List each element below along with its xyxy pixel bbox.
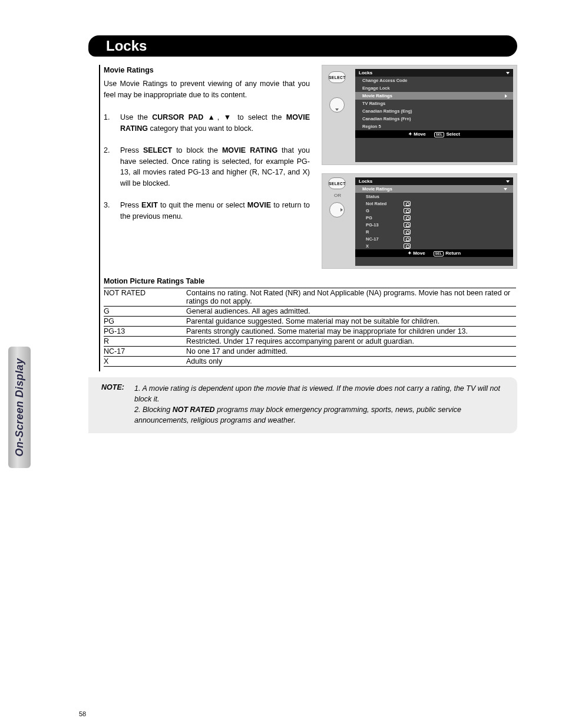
step-body: Press SELECT to block the MOVIE RATING t…: [120, 145, 310, 189]
text: Press: [120, 201, 141, 209]
rating-code: NC-17: [104, 347, 186, 357]
text: 2.: [134, 406, 140, 414]
text: Status: [366, 194, 401, 199]
table-heading: Motion Picture Ratings Table: [104, 277, 516, 285]
rating-desc: Contains no rating. Not Rated (NR) and N…: [186, 288, 516, 307]
osd-menu-item: TV Ratings: [355, 100, 513, 107]
note-label: NOTE:: [101, 383, 134, 404]
osd-item-label: Engage Lock: [362, 85, 390, 91]
sel-badge: SEL: [434, 132, 445, 137]
osd-title-row: Locks: [355, 69, 513, 77]
rating-desc: No one 17 and under admitted.: [186, 347, 516, 357]
osd-move-hint: ✦ Move: [408, 251, 425, 256]
osd-rating-row: PG: [355, 214, 513, 221]
text: category that you want to block.: [148, 124, 253, 133]
or-label: OR: [334, 193, 341, 198]
lock-icon: [404, 208, 411, 213]
rating-code: PG-13: [104, 327, 186, 337]
table-row: RRestricted. Under 17 requires accompany…: [104, 337, 516, 347]
dropdown-icon: [506, 72, 510, 74]
table-row: PGParental guidance suggested. Some mate…: [104, 317, 516, 327]
rating-desc: Adults only: [186, 357, 516, 367]
text-bold: CURSOR PAD: [152, 113, 203, 121]
table-row: XAdults only: [104, 357, 516, 367]
osd-footer: ✦ Move SELSelect: [355, 130, 513, 138]
table-row: GGeneral audiences. All ages admitted.: [104, 307, 516, 317]
note-body: 2. Blocking NOT RATED programs may block…: [134, 404, 504, 426]
text: A movie rating is dependent upon the mov…: [134, 384, 500, 403]
table-row: PG-13Parents strongly cautioned. Some ma…: [104, 327, 516, 337]
arrow-right-icon: [505, 94, 507, 98]
osd-rating-row: G: [355, 207, 513, 214]
remote-select-button-icon: SELECT: [328, 71, 346, 83]
text: Press: [120, 146, 143, 154]
osd-title: Locks: [359, 70, 372, 75]
osd-rating-label: X: [366, 243, 401, 249]
lock-icon: [404, 201, 411, 206]
remote-select-button-icon: SELECT: [328, 177, 346, 189]
text: Move: [414, 131, 425, 137]
lock-icon: [404, 215, 411, 220]
ratings-table-section: Motion Picture Ratings Table NOT RATEDCo…: [104, 277, 516, 367]
osd-select-hint: SELSelect: [434, 131, 460, 137]
section-title: Locks: [88, 35, 517, 57]
rating-code: NOT RATED: [104, 288, 186, 307]
osd-rating-row: X: [355, 242, 513, 249]
osd-item-label: Region 5: [362, 124, 381, 129]
text-bold: SELECT: [143, 146, 172, 154]
osd-title-row: Locks: [355, 177, 513, 185]
osd-rating-label: Not Rated: [366, 201, 401, 206]
osd-panel-1: SELECT Locks Change Access CodeEngage Lo…: [322, 65, 517, 165]
arrow-right-icon: [340, 208, 343, 212]
table-row: NOT RATEDContains no rating. Not Rated (…: [104, 288, 516, 307]
osd-rating-label: NC-17: [366, 236, 401, 242]
text: 1.: [134, 384, 140, 393]
text: Move: [413, 251, 425, 256]
text: Select: [446, 131, 460, 137]
osd-item-label: Canadian Ratings (Frn): [362, 116, 411, 121]
step-3: 3. Press EXIT to quit the menu or select…: [104, 200, 310, 222]
osd-item-label: Movie Ratings: [362, 93, 392, 98]
section-tab: On-Screen Display: [8, 347, 31, 468]
page-number: 58: [79, 710, 86, 717]
text-bold: EXIT: [141, 201, 158, 209]
osd-subtitle-row: Movie Ratings: [355, 185, 513, 193]
osd-menu-item: Canadian Ratings (Eng): [355, 107, 513, 115]
ratings-table: NOT RATEDContains no rating. Not Rated (…: [104, 288, 516, 367]
remote-cursor-pad-icon: [329, 202, 345, 218]
osd-menu-item: Engage Lock: [355, 84, 513, 92]
text-bold: MOVIE RATING: [222, 146, 277, 154]
osd-return-hint: SELReturn: [434, 251, 461, 256]
rating-desc: Parental guidance suggested. Some materi…: [186, 317, 516, 327]
osd-status-header: Status: [355, 193, 513, 200]
rating-desc: General audiences. All ages admitted.: [186, 307, 516, 317]
step-body: Use the CURSOR PAD ▲, ▼ to select the MO…: [120, 112, 310, 134]
vertical-rule: [99, 65, 100, 371]
body-text: Movie Ratings Use Movie Ratings to preve…: [104, 65, 310, 232]
text: Return: [445, 251, 461, 256]
dropdown-icon: [506, 180, 510, 183]
osd-rating-label: PG-13: [366, 222, 401, 228]
step-1: 1. Use the CURSOR PAD ▲, ▼ to select the…: [104, 112, 310, 134]
osd-rating-row: PG-13: [355, 221, 513, 228]
rating-code: G: [104, 307, 186, 317]
lock-icon: [404, 222, 411, 228]
osd-rating-label: PG: [366, 215, 401, 220]
arrow-down-icon: [335, 108, 339, 111]
text: to quit the menu or select: [158, 201, 247, 209]
rating-desc: Parents strongly cautioned. Some materia…: [186, 327, 516, 337]
text: Use the: [120, 113, 152, 121]
osd-rating-row: R: [355, 228, 513, 235]
step-list: 1. Use the CURSOR PAD ▲, ▼ to select the…: [104, 112, 310, 222]
osd-menu-movie-ratings: Locks Movie Ratings Status Not RatedGPGP…: [355, 177, 513, 266]
osd-move-hint: ✦ Move: [408, 131, 426, 137]
remote-cursor-pad-icon: [329, 97, 345, 113]
rating-code: PG: [104, 317, 186, 327]
osd-menu-item: Region 5: [355, 123, 513, 130]
osd-item-label: Canadian Ratings (Eng): [362, 108, 412, 114]
osd-panel-2: SELECT OR Locks Movie Ratings Status Not…: [322, 173, 517, 269]
section-tab-label: On-Screen Display: [14, 358, 26, 457]
note-box: NOTE: 1. A movie rating is dependent upo…: [88, 377, 517, 433]
osd-rating-row: NC-17: [355, 235, 513, 242]
osd-menu-locks: Locks Change Access CodeEngage LockMovie…: [355, 69, 513, 162]
